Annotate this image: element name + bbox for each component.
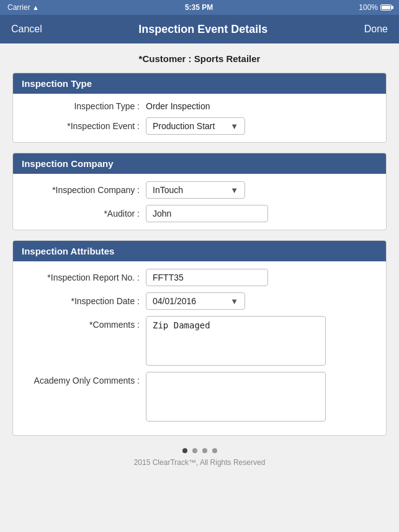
inspection-company-header: Inspection Company [13, 153, 386, 174]
inspection-event-dropdown[interactable]: Production Start ▼ [146, 117, 245, 135]
customer-label: *Customer : [139, 53, 194, 64]
pagination-dot-3 [202, 448, 207, 453]
inspection-type-label: Inspection Type : [22, 101, 146, 111]
chevron-down-icon: ▼ [230, 297, 238, 306]
battery-percent: 100% [359, 3, 378, 12]
auditor-label: *Auditor : [22, 209, 146, 219]
carrier-label: Carrier ▲ [7, 3, 39, 12]
chevron-down-icon: ▼ [230, 186, 238, 195]
inspection-attributes-section: Inspection Attributes *Inspection Report… [12, 240, 387, 436]
inspection-type-body: Inspection Type : Order Inspection *Insp… [13, 94, 386, 142]
customer-value: Sports Retailer [194, 53, 261, 64]
nav-bar: Cancel Inspection Event Details Done [0, 15, 399, 43]
pagination-dot-1 [182, 448, 187, 453]
auditor-row: *Auditor : [22, 205, 377, 222]
auditor-input[interactable] [146, 205, 268, 222]
inspection-attributes-header: Inspection Attributes [13, 241, 386, 261]
company-dropdown[interactable]: InTouch ▼ [146, 181, 245, 199]
cancel-button[interactable]: Cancel [10, 21, 43, 37]
pagination-dot-4 [212, 448, 217, 453]
battery-icon [380, 4, 392, 11]
inspection-type-section: Inspection Type Inspection Type : Order … [12, 73, 387, 143]
status-time: 5:35 PM [185, 3, 213, 12]
comments-textarea[interactable]: Zip Damaged [146, 316, 326, 366]
report-no-row: *Inspection Report No. : [22, 269, 377, 286]
inspection-company-section: Inspection Company *Inspection Company :… [12, 153, 387, 230]
done-button[interactable]: Done [363, 21, 389, 37]
comments-label: *Comments : [22, 316, 146, 330]
status-bar: Carrier ▲ 5:35 PM 100% [0, 0, 399, 15]
academy-comments-textarea[interactable] [146, 372, 326, 422]
page-content: *Customer : Sports Retailer Inspection T… [0, 43, 399, 532]
wifi-icon: ▲ [32, 4, 39, 11]
inspection-date-dropdown-text: 04/01/2016 [153, 296, 225, 306]
comments-row: *Comments : Zip Damaged [22, 316, 377, 366]
inspection-event-row: *Inspection Event : Production Start ▼ [22, 117, 377, 135]
academy-comments-row: Academy Only Comments : [22, 372, 377, 422]
inspection-type-value: Order Inspection [146, 101, 210, 111]
company-label: *Inspection Company : [22, 185, 146, 195]
customer-line: *Customer : Sports Retailer [12, 53, 387, 64]
inspection-event-dropdown-text: Production Start [153, 121, 225, 131]
status-right: 100% [359, 3, 392, 12]
nav-bar-title: Inspection Event Details [138, 23, 267, 36]
inspection-attributes-body: *Inspection Report No. : *Inspection Dat… [13, 261, 386, 435]
report-no-input[interactable] [146, 269, 268, 286]
academy-comments-label: Academy Only Comments : [22, 372, 146, 385]
inspection-type-row: Inspection Type : Order Inspection [22, 101, 377, 111]
inspection-company-body: *Inspection Company : InTouch ▼ *Auditor… [13, 174, 386, 230]
inspection-event-label: *Inspection Event : [22, 121, 146, 131]
inspection-type-header: Inspection Type [13, 73, 386, 94]
pagination [12, 448, 387, 453]
inspection-date-dropdown[interactable]: 04/01/2016 ▼ [146, 292, 245, 310]
company-dropdown-text: InTouch [153, 185, 225, 195]
pagination-dot-2 [192, 448, 197, 453]
inspection-date-label: *Inspection Date : [22, 296, 146, 306]
inspection-date-row: *Inspection Date : 04/01/2016 ▼ [22, 292, 377, 310]
chevron-down-icon: ▼ [230, 122, 238, 131]
company-row: *Inspection Company : InTouch ▼ [22, 181, 377, 199]
report-no-label: *Inspection Report No. : [22, 273, 146, 282]
footer: 2015 ClearTrack™, All Rights Reserved [12, 458, 387, 467]
